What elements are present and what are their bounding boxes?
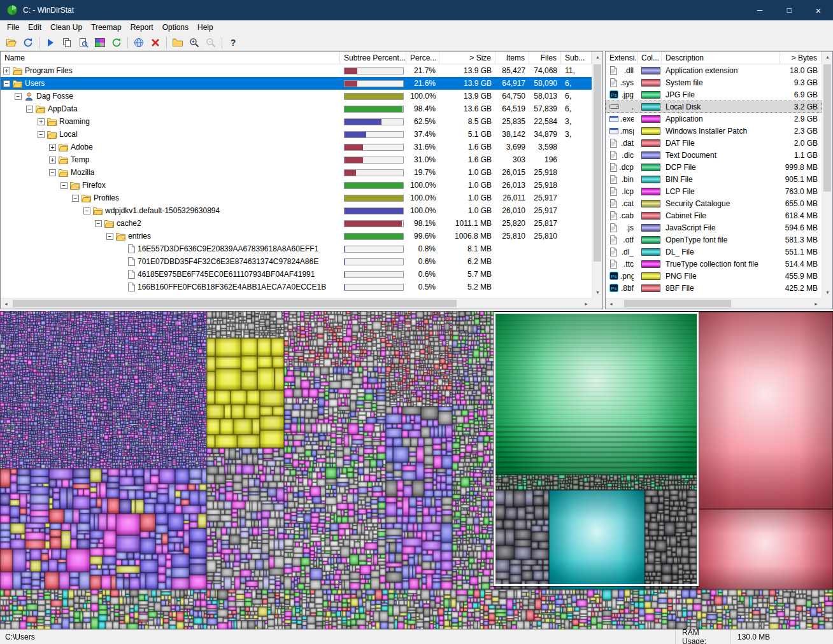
scrollbar-thumb[interactable] xyxy=(13,300,457,307)
zoom-in-button[interactable] xyxy=(186,35,203,50)
tree-row[interactable]: +Temp31.0%1.6 GB303196 xyxy=(1,153,592,166)
tree-row[interactable]: 46185E975BE6F745EC0E611107934BF04AF41991… xyxy=(1,268,592,281)
menu-edit[interactable]: Edit xyxy=(24,21,46,34)
extension-row[interactable]: .datDAT File2.0 GB xyxy=(606,137,822,149)
expand-icon[interactable]: + xyxy=(38,118,45,125)
copy-button[interactable] xyxy=(59,35,75,50)
open-button[interactable] xyxy=(3,35,20,50)
tree-column-name[interactable]: Name xyxy=(1,52,340,64)
scroll-down-icon[interactable]: ▼ xyxy=(822,287,833,298)
tree-column-subtree-percent[interactable]: Subtree Percent... xyxy=(340,52,406,64)
run-button[interactable] xyxy=(42,35,59,50)
minimize-button[interactable]: ─ xyxy=(745,0,774,20)
tree-vertical-scrollbar[interactable]: ▲ ▼ xyxy=(592,52,602,298)
scroll-left-icon[interactable]: ◄ xyxy=(1,298,11,309)
extension-row[interactable]: .lcpLCP File763.0 MB xyxy=(606,185,822,197)
extension-row[interactable]: .binBIN File905.1 MB xyxy=(606,173,822,185)
close-button[interactable]: × xyxy=(804,0,833,20)
extension-row[interactable]: .dicText Document1.1 GB xyxy=(606,149,822,161)
tree-column-items[interactable]: Items xyxy=(495,52,529,64)
extension-row[interactable]: .jsJavaScript File594.6 MB xyxy=(606,221,822,234)
tree-column-perce[interactable]: Perce... xyxy=(406,52,439,64)
tree-row[interactable]: +Program Files21.7%13.9 GB85,42774,06811… xyxy=(1,64,592,77)
scroll-right-icon[interactable]: ► xyxy=(581,298,592,309)
ext-column-bytes[interactable]: > Bytes xyxy=(780,52,822,64)
reload-selected-button[interactable] xyxy=(108,35,125,50)
refresh-all-button[interactable] xyxy=(20,35,36,50)
tree-row[interactable]: −Users21.6%13.9 GB64,91758,0906, xyxy=(1,77,592,90)
scroll-up-icon[interactable]: ▲ xyxy=(592,52,603,62)
maximize-button[interactable]: □ xyxy=(774,0,804,20)
menu-treemap[interactable]: Treemap xyxy=(87,21,126,34)
tree-column-size[interactable]: > Size xyxy=(439,52,495,64)
menu-help[interactable]: Help xyxy=(193,21,218,34)
extension-row[interactable]: .sysSystem file9.3 GB xyxy=(606,76,822,88)
delete-button[interactable] xyxy=(147,35,164,50)
collapse-icon[interactable]: − xyxy=(106,233,113,240)
tree-row[interactable]: −cache298.1%1011.1 MB25,82025,817 xyxy=(1,217,592,230)
preview-button[interactable] xyxy=(75,35,92,50)
extension-row[interactable]: .ttcTrueType collection font file514.4 M… xyxy=(606,258,822,270)
treemap-canvas[interactable] xyxy=(0,311,833,629)
scrollbar-track[interactable] xyxy=(11,298,581,309)
ext-column-extensi[interactable]: Extensi... xyxy=(606,52,637,64)
extension-row[interactable]: Ps.pngPNG File455.9 MB xyxy=(606,270,822,282)
zoom-out-button[interactable] xyxy=(203,35,219,50)
extension-row[interactable]: .exeApplication2.9 GB xyxy=(606,113,822,125)
explorer-here-button[interactable] xyxy=(169,35,186,50)
extension-row[interactable]: .dllApplication extension18.0 GB xyxy=(606,64,822,76)
tree-row[interactable]: −Local37.4%5.1 GB38,14234,8793, xyxy=(1,128,592,141)
collapse-icon[interactable]: − xyxy=(49,169,56,176)
collapse-icon[interactable]: − xyxy=(72,195,79,202)
extension-row[interactable]: .dl_DL_ File551.1 MB xyxy=(606,246,822,258)
tree-row[interactable]: +Adobe31.6%1.6 GB3,6993,598 xyxy=(1,141,592,153)
collapse-icon[interactable]: − xyxy=(38,131,45,138)
menu-report[interactable]: Report xyxy=(126,21,158,34)
extension-row[interactable]: .dcpDCP File999.8 MB xyxy=(606,161,822,173)
tree-row[interactable]: 701E07DBD35F4F32C6E3E874631374C97824A86E… xyxy=(1,255,592,268)
tree-row[interactable]: −Profiles100.0%1.0 GB26,01125,917 xyxy=(1,192,592,204)
expand-icon[interactable]: + xyxy=(49,144,56,151)
tree-row[interactable]: −Dag Fosse100.0%13.9 GB64,75058,0136, xyxy=(1,90,592,102)
extension-row[interactable]: .cabCabinet File618.4 MB xyxy=(606,209,822,221)
collapse-icon[interactable]: − xyxy=(26,106,33,113)
help-button[interactable]: ? xyxy=(225,35,241,50)
ext-column-col[interactable]: Col... xyxy=(637,52,662,64)
extension-row[interactable]: .mspWindows Installer Patch2.3 GB xyxy=(606,125,822,137)
extension-row[interactable]: Ps.8bf8BF File425.2 MB xyxy=(606,282,822,294)
collapse-icon[interactable]: − xyxy=(95,220,102,227)
expand-icon[interactable]: + xyxy=(49,157,56,164)
tree-row[interactable]: −Mozilla19.7%1.0 GB26,01525,918 xyxy=(1,166,592,179)
tree-column-sub[interactable]: Sub... xyxy=(561,52,592,64)
scroll-down-icon[interactable]: ▼ xyxy=(592,287,603,298)
tree-row[interactable]: 166B160FFE0FC6B18F362E4ABB1AECA7A0ECCE1B… xyxy=(1,281,592,293)
collapse-icon[interactable]: − xyxy=(15,93,22,100)
scrollbar-thumb[interactable] xyxy=(594,64,601,262)
menu-clean-up[interactable]: Clean Up xyxy=(46,21,87,34)
extension-row[interactable]: .Local Disk3.2 GB xyxy=(606,101,822,113)
tree-row[interactable]: −AppData98.4%13.6 GB64,51957,8396, xyxy=(1,102,592,115)
scroll-right-icon[interactable]: ► xyxy=(811,298,822,309)
tree-row[interactable]: −Firefox100.0%1.0 GB26,01325,918 xyxy=(1,179,592,192)
extension-vertical-scrollbar[interactable]: ▲ ▼ xyxy=(822,52,832,298)
treemap-view-button[interactable] xyxy=(92,35,108,50)
menu-options[interactable]: Options xyxy=(158,21,193,34)
expand-icon[interactable]: + xyxy=(3,67,10,74)
ext-column-description[interactable]: Description xyxy=(662,52,780,64)
scroll-left-icon[interactable]: ◄ xyxy=(606,298,616,309)
tree-row[interactable]: 16E557D3DF636C9E20839AA67839618A8A60EFF1… xyxy=(1,242,592,255)
scrollbar-thumb[interactable] xyxy=(624,300,731,307)
collapse-icon[interactable]: − xyxy=(83,207,90,214)
menu-file[interactable]: File xyxy=(3,21,24,34)
tree-row[interactable]: −entries99.6%1006.8 MB25,81025,810 xyxy=(1,230,592,242)
update-check-button[interactable] xyxy=(131,35,147,50)
scroll-up-icon[interactable]: ▲ xyxy=(822,52,833,62)
tree-row[interactable]: −wdpjdkv1.default-1505329630894100.0%1.0… xyxy=(1,204,592,217)
tree-row[interactable]: +Roaming62.5%8.5 GB25,83522,5843, xyxy=(1,115,592,128)
extension-row[interactable]: .otfOpenType font file581.3 MB xyxy=(606,234,822,246)
collapse-icon[interactable]: − xyxy=(61,182,68,189)
scrollbar-track[interactable] xyxy=(616,298,811,309)
tree-horizontal-scrollbar[interactable]: ◄ ► xyxy=(1,298,592,309)
scrollbar-thumb[interactable] xyxy=(823,64,831,192)
collapse-icon[interactable]: − xyxy=(3,80,10,87)
